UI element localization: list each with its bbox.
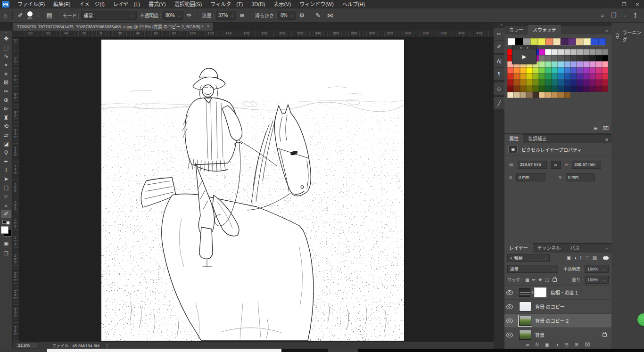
menu-item-10[interactable]: ヘルプ(H) (338, 0, 369, 8)
swatch[interactable] (570, 49, 577, 55)
type-tool[interactable]: T (1, 166, 11, 175)
swatch[interactable] (552, 86, 558, 92)
eraser-tool[interactable]: ▱ (1, 131, 11, 140)
blend-mode-select[interactable]: 通常⌄ (507, 265, 558, 273)
swatch[interactable] (583, 86, 589, 92)
menu-item-9[interactable]: ウィンドウ(W) (295, 0, 338, 8)
status-expand-icon[interactable]: 〉 (106, 343, 110, 349)
delete-swatch-icon[interactable]: ⌧ (603, 125, 609, 131)
swatch[interactable] (558, 67, 564, 74)
menu-item-8[interactable]: 表示(V) (270, 0, 296, 8)
swatch[interactable] (526, 74, 532, 80)
swatch[interactable] (533, 92, 539, 98)
swatch[interactable] (507, 67, 513, 74)
layer-opacity-select[interactable]: 100%⌄ (585, 265, 609, 273)
swatch[interactable] (520, 86, 526, 92)
swatch[interactable] (545, 86, 551, 92)
swatch[interactable] (570, 74, 577, 80)
visibility-toggle[interactable] (504, 300, 515, 313)
swatch[interactable] (589, 74, 595, 80)
recent-swatch[interactable] (515, 38, 523, 45)
swatch[interactable] (507, 74, 513, 80)
brush-panel-toggle-icon[interactable]: ▤ (43, 12, 55, 19)
marquee-tool[interactable]: ⬚ (1, 43, 11, 52)
layer-row[interactable]: 8色相・彩度 1 (504, 286, 611, 300)
layer-style-icon[interactable]: fx (536, 342, 539, 347)
ruler-origin[interactable] (12, 31, 19, 38)
hand-tool[interactable]: ☞ (1, 192, 11, 201)
layer-filter-select[interactable]: ⌕ 種類⌄ (507, 254, 550, 262)
swatch[interactable] (602, 67, 608, 74)
swatch[interactable] (539, 86, 545, 92)
flow-select[interactable]: 37%⌄ (216, 11, 236, 20)
swatch[interactable] (577, 67, 583, 74)
quick-mask-icon[interactable]: ▣ (1, 239, 11, 247)
tutorial-popup[interactable]: » × ▶ (512, 45, 537, 64)
search-icon[interactable]: ⌕ (597, 12, 607, 19)
swatch[interactable] (595, 80, 602, 86)
swatch[interactable] (539, 49, 545, 55)
tab-channels[interactable]: チャンネル (533, 243, 566, 253)
lock-all-icon[interactable] (553, 278, 557, 282)
swatch[interactable] (545, 67, 551, 74)
minimize-button[interactable]: – (604, 0, 618, 8)
menu-item-7[interactable]: 3D(D) (247, 0, 269, 8)
swatch[interactable] (545, 80, 551, 86)
swatch[interactable] (564, 61, 570, 67)
swatch[interactable] (526, 80, 532, 86)
layer-thumbnail[interactable] (519, 302, 531, 311)
paragraph-panel-icon[interactable]: ¶ (494, 68, 504, 80)
recent-swatch[interactable] (545, 38, 553, 45)
swatch[interactable] (577, 74, 583, 80)
menu-item-0[interactable]: ファイル(F) (13, 0, 49, 8)
restore-button[interactable]: ❐ (618, 0, 631, 8)
filter-toggle[interactable] (603, 256, 609, 260)
brush-size-preview[interactable]: 408 (26, 11, 33, 20)
recent-swatch[interactable] (576, 38, 583, 45)
swatch[interactable] (526, 92, 532, 98)
canvas-artwork[interactable] (101, 40, 404, 341)
healing-brush-tool[interactable]: ⊕ (1, 96, 11, 105)
fill-select[interactable]: 100%⌄ (585, 276, 609, 284)
foreground-background-colors[interactable] (1, 226, 11, 237)
swatch[interactable] (602, 86, 608, 92)
swatch[interactable] (570, 67, 577, 74)
menu-item-5[interactable]: 選択範囲(S) (170, 0, 206, 8)
swatch[interactable] (558, 61, 564, 67)
vertical-ruler[interactable]: 0204060801001201401601802002202402602803… (12, 37, 19, 342)
x-field[interactable]: 0 mm (516, 173, 545, 181)
symmetry-icon[interactable]: ⋈ (324, 12, 337, 19)
swatch[interactable] (507, 92, 513, 98)
swatch[interactable] (533, 67, 539, 74)
recent-swatch[interactable] (538, 38, 545, 45)
height-field[interactable]: 338.67 mm (572, 161, 601, 169)
swatch[interactable] (564, 55, 570, 61)
swatch[interactable] (539, 67, 545, 74)
lock-move-icon[interactable]: ✥ (537, 278, 543, 282)
swatch[interactable] (583, 74, 589, 80)
recent-swatch[interactable] (568, 38, 576, 45)
swatch[interactable] (533, 74, 539, 80)
chevron-down-icon[interactable]: ⌄ (619, 13, 629, 17)
visibility-toggle[interactable] (504, 286, 515, 299)
brush-tool[interactable]: ✏ (1, 105, 11, 114)
chevron-down-icon[interactable]: ⌄ (33, 13, 43, 17)
eyedropper-tool[interactable]: ✑ (1, 87, 11, 96)
swatch[interactable] (564, 49, 570, 55)
menu-item-6[interactable]: フィルター(T) (206, 0, 247, 8)
swatch[interactable] (570, 80, 577, 86)
menu-item-4[interactable]: 書式(Y) (144, 0, 170, 8)
swatch[interactable] (589, 61, 595, 67)
expand-panels-icon[interactable]: « (501, 22, 504, 28)
play-icon[interactable]: ▶ (522, 54, 526, 60)
panel-menu-icon[interactable]: ≡ (602, 27, 611, 34)
type-layer-filter-icon[interactable]: T (578, 255, 584, 261)
width-field[interactable]: 338.67 mm (518, 161, 547, 169)
swatch[interactable] (583, 61, 589, 67)
swatch[interactable] (602, 49, 608, 55)
swatch[interactable] (602, 55, 608, 61)
clone-stamp-tool[interactable]: ♜ (1, 113, 11, 122)
swatch[interactable] (552, 74, 558, 80)
swatch[interactable] (552, 61, 558, 67)
crop-tool[interactable]: ⌗ (1, 69, 11, 78)
